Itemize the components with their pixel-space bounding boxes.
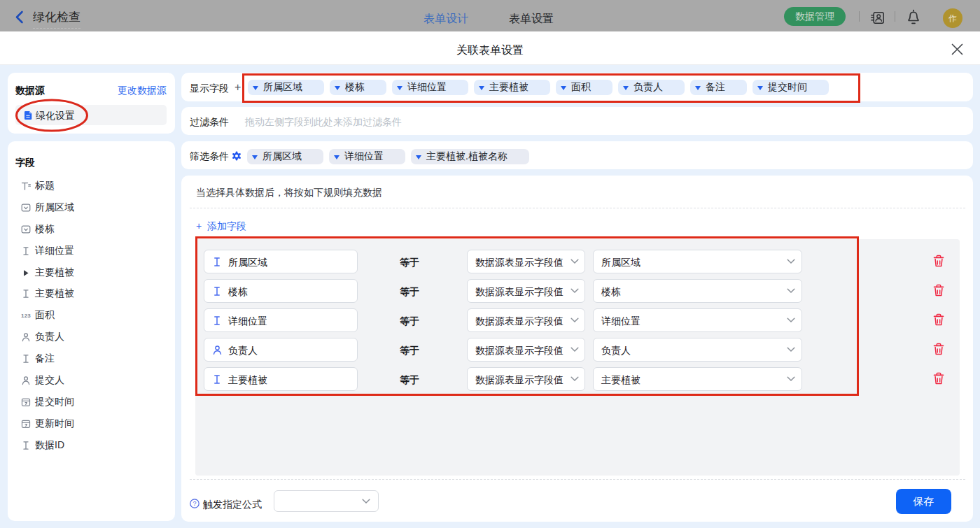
svg-text:?: ? — [192, 500, 196, 507]
